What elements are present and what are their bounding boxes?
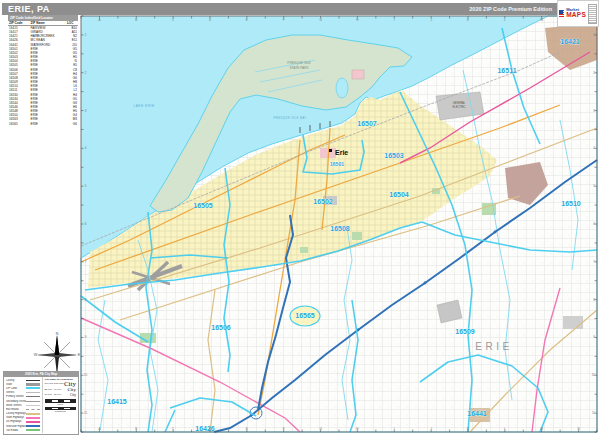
legend-road-label: US Highways bbox=[6, 420, 26, 423]
grid-label: F bbox=[283, 18, 285, 22]
legend-road-label: ZIP Code bbox=[6, 387, 26, 390]
grid-label: 10 bbox=[592, 373, 596, 377]
grid-label: F bbox=[283, 427, 285, 431]
grid-label: I bbox=[394, 18, 395, 22]
scale-bar-miles: Miles bbox=[45, 399, 76, 405]
legend-road-swatch bbox=[26, 417, 40, 419]
grid-label: 11 bbox=[84, 411, 87, 415]
zip-label-16508: 16508 bbox=[330, 225, 350, 232]
grid-label: I bbox=[394, 427, 395, 431]
grid-label: A bbox=[98, 427, 100, 431]
ge-label-line2: ELECTRIC bbox=[453, 105, 466, 109]
grid-label: H bbox=[356, 427, 358, 431]
grid-label: K bbox=[467, 18, 469, 22]
compass-w: W bbox=[34, 353, 38, 357]
zip-label-16426: 16426 bbox=[195, 425, 215, 432]
grid-label: N bbox=[577, 427, 579, 431]
east-gray-block bbox=[563, 316, 583, 329]
park-green-3 bbox=[300, 247, 308, 253]
zip-code-cell: 16565 bbox=[8, 122, 30, 126]
zip-label-16507: 16507 bbox=[357, 120, 377, 127]
zip-name-cell: ERIE bbox=[30, 122, 66, 126]
map-legend: 2020 Erie, PA City Map County State ZIP … bbox=[3, 371, 79, 435]
scale-bar-km: Kilometers bbox=[45, 407, 76, 413]
grid-label: E bbox=[246, 18, 248, 22]
legend-road-swatch bbox=[26, 405, 40, 406]
city-marker bbox=[329, 149, 332, 152]
legend-road-label: County Highways bbox=[6, 412, 26, 415]
legend-city-range: 25,000 - 99,999 bbox=[45, 388, 62, 391]
lake-erie-label: LAKE ERIE bbox=[133, 104, 154, 108]
legend-road-label: Primary Streets bbox=[6, 395, 26, 398]
grid-label: A bbox=[98, 18, 100, 22]
zip-label-16505: 16505 bbox=[193, 202, 213, 209]
legend-road-label: Secondary Streets bbox=[6, 400, 26, 403]
zip-label-16502: 16502 bbox=[313, 198, 333, 205]
legend-city-sample: City bbox=[67, 387, 76, 392]
legend-road-swatch bbox=[26, 413, 40, 415]
legend-road-row: Toll Roads bbox=[6, 428, 40, 432]
city-label: Erie bbox=[335, 149, 348, 156]
legend-road-swatch bbox=[26, 409, 40, 410]
edition-label: 2020 ZIP Code Premium Edition bbox=[469, 6, 552, 12]
grid-label: H bbox=[356, 18, 358, 22]
zip-label-16510: 16510 bbox=[561, 200, 581, 207]
legend-road-swatch bbox=[26, 380, 40, 381]
legend-city-sample: City bbox=[70, 393, 76, 397]
legend-road-swatch bbox=[26, 392, 40, 393]
grid-label: B bbox=[135, 18, 137, 22]
legend-road-swatch bbox=[26, 401, 40, 402]
legend-road-label: Minor Streets bbox=[6, 404, 26, 407]
legend-road-swatch bbox=[26, 429, 40, 431]
ge-label-line1: GENERAL bbox=[453, 101, 466, 105]
marina-area bbox=[352, 70, 364, 79]
legend-road-swatch bbox=[26, 383, 40, 386]
park-label-line2: STATE PARK bbox=[289, 66, 309, 70]
legend-city-range: 10,000 - 24,999 bbox=[45, 393, 62, 396]
page-title: ERIE, PA bbox=[8, 4, 50, 14]
county-label: ERIE bbox=[475, 341, 512, 352]
zip-label-16506: 16506 bbox=[211, 324, 231, 331]
zip-label-16501: 16501 bbox=[330, 161, 344, 167]
zip-label-16504: 16504 bbox=[389, 191, 409, 198]
compass-n: N bbox=[56, 332, 59, 336]
legend-road-label: Rail Roads bbox=[6, 408, 26, 411]
legend-road-swatch bbox=[26, 425, 40, 427]
cemetery-green-1 bbox=[352, 232, 362, 240]
legend-road-label: State bbox=[6, 383, 26, 386]
us-flag-icon bbox=[559, 10, 564, 17]
zip-table-header-row: ZIP Code ZIP Name LOC bbox=[8, 21, 78, 26]
legend-road-swatch bbox=[26, 396, 40, 397]
park-label-line1: PRESQUE ISLE bbox=[287, 61, 310, 65]
zip-label-16441: 16441 bbox=[467, 410, 487, 417]
legend-road-label: Toll Roads bbox=[6, 429, 26, 432]
scale-miles-label: Miles bbox=[45, 403, 76, 406]
zip-label-16509: 16509 bbox=[455, 328, 475, 335]
lagoon-pond bbox=[336, 78, 348, 98]
logo-fine-print bbox=[588, 4, 597, 24]
grid-label: K bbox=[467, 427, 469, 431]
legend-road-label: Streets bbox=[6, 391, 26, 394]
legend-road-swatch bbox=[26, 421, 40, 423]
legend-city-range: 100,000 and More bbox=[45, 382, 64, 385]
zip-label-16503: 16503 bbox=[384, 152, 404, 159]
legend-road-label: State Highways bbox=[6, 416, 26, 419]
map-canvas: LAKE ERIE PRESQUE ISLE BAY PRESQUE ISLE … bbox=[0, 0, 600, 437]
legend-road-label: Interstate Highways bbox=[6, 425, 26, 428]
zip-table-row: 16565 ERIE G6 bbox=[8, 122, 78, 126]
compass-e: E bbox=[78, 353, 81, 357]
legend-city-row: 10,000 - 24,999 City bbox=[45, 392, 76, 398]
zip-index-table: ZIP Code Index/Grid Locator ZIP Code ZIP… bbox=[8, 15, 78, 126]
grid-label: E bbox=[246, 427, 248, 431]
legend-road-swatch bbox=[26, 387, 40, 389]
grid-label: 11 bbox=[592, 411, 595, 415]
map-page: { "header": { "title": "ERIE, PA", "edit… bbox=[0, 0, 600, 437]
zip-label-16415: 16415 bbox=[107, 398, 127, 405]
title-bar: ERIE, PA 2020 ZIP Code Premium Edition bbox=[2, 3, 558, 15]
grid-label: 10 bbox=[84, 373, 88, 377]
legend-road-label: County bbox=[6, 379, 26, 382]
zip-label-16565: 16565 bbox=[295, 312, 315, 319]
zip-label-16511: 16511 bbox=[497, 67, 516, 74]
legend-road-row: State bbox=[6, 382, 40, 386]
zip-loc-cell: G6 bbox=[66, 122, 78, 126]
